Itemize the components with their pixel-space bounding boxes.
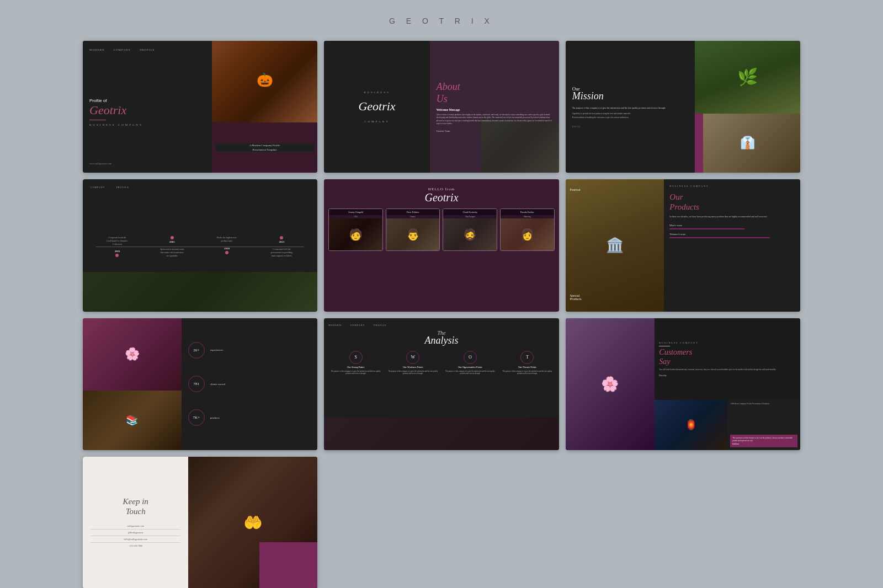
festival-label: Festival [570, 188, 581, 191]
mission-title: Mission [572, 90, 688, 102]
slide-products: 🏛️ Festival SpecialProducts BUSINESS COM… [566, 179, 800, 311]
contact-social: @Reallygreatsite [91, 530, 180, 536]
member-jeremy: Jeremy Gringold CEO 🧑 [328, 209, 383, 251]
slide-customers: 🌸 BUSINESS COMPANY CustomersSay You will… [566, 318, 800, 450]
about-body: After a series of casual products sales … [437, 114, 552, 125]
swot-o: O Our Opportunities Points The purpose o… [443, 351, 497, 445]
womens-ware: Women's ware [669, 233, 795, 236]
brand-title: G E O T R I X [389, 17, 494, 25]
nav-company-s8: COMPANY [350, 324, 365, 327]
slide-team: HELLO from Geotrix Jeremy Gringold CEO 🧑… [324, 179, 558, 311]
special-label: SpecialProducts [570, 294, 582, 301]
biz-co-s9: BUSINESS COMPANY [659, 341, 796, 344]
slide-analysis: MODERN COMPANY PROFILE The Analysis S Ou… [324, 318, 558, 450]
slide-our-mission: Our Mission The purpose of this company … [566, 41, 800, 173]
member-cloud: Cloud Kovinsky Chief Designer 🧔 [443, 209, 497, 251]
year-s3: 2 0 2 2 [572, 125, 688, 128]
company-type-s1: BUSINESS COMPANY [89, 124, 205, 126]
keep-in-touch: Keep inTouch [123, 496, 148, 516]
company-name-s1: Geotrix [89, 104, 205, 116]
tagline-s1: A Modern Company ProfilePresentation Tem… [215, 143, 314, 152]
member-drew: Drew Polimor Finance 👨 [386, 209, 440, 251]
profile-label: Profile of [89, 98, 205, 103]
stat-clients: 781 clients served [188, 376, 311, 392]
customers-title: CustomersSay [659, 348, 796, 367]
tl-2021: 2021 Cooperated with the government in p… [269, 236, 294, 257]
nav-profile-s8: PROFILE [374, 324, 386, 327]
stat-experiences: 20+ experiences [188, 342, 311, 359]
capability-1: Capability to provide the best products … [572, 113, 688, 115]
tl-2018: Broke the highest new product sales 2018 [216, 236, 238, 257]
author1: Dorothy [659, 374, 796, 377]
quote1: You will find clothes that match any occ… [659, 368, 796, 371]
tl-2001: Cooperated with the local brand for Summ… [106, 236, 128, 257]
products-desc: In these two decades, we have been produ… [669, 215, 795, 218]
stat-products: 7K+ products [188, 409, 311, 426]
contact-email: hello@reallygreatsite.com [91, 536, 180, 543]
mission-body: The purpose of this company is to give t… [572, 106, 688, 110]
tl-2005: 2005 Sponsored a national event that mak… [159, 236, 184, 257]
swot-s: S Our Strong Points The purpose of this … [328, 351, 383, 445]
team-grid: Jeremy Gringold CEO 🧑 Drew Polimor Finan… [328, 209, 554, 251]
welcome-msg: Welcome Message [437, 108, 552, 111]
nav-modern: MODERN [328, 324, 341, 327]
business-label: BUSINESS [364, 91, 390, 94]
capability-2: Professionalism in handling the customer… [572, 116, 688, 119]
contact-website: reallygreatsite.com [91, 523, 180, 530]
mens-ware: Men's ware [669, 224, 795, 227]
geotrix-s2: Geotrix [358, 99, 395, 114]
contact-phone: +123 456 7890 [91, 543, 180, 549]
slide-profile-cover: MODERN COMPANY PROFILE Profile of Geotri… [83, 41, 317, 173]
team-sig: Geotrix Team [437, 130, 552, 132]
author2: Kathrine [732, 443, 795, 445]
our-products-title: OurProducts [669, 192, 795, 212]
slide-stats: 🌸 📚 20+ experiences 781 clients served [83, 318, 317, 450]
slide-about-us: BUSINESS Geotrix COMPANY AboutUs Welcome… [324, 41, 558, 173]
slide-grid: MODERN COMPANY PROFILE Profile of Geotri… [83, 41, 800, 588]
template-label-s9: A Modern Company Profile Presentation Te… [730, 403, 797, 405]
hello-from: HELLO from [428, 187, 455, 191]
swot-t: T Our Threats Points The purpose of this… [500, 351, 555, 445]
quote2: The experience won't be because so far, … [732, 437, 795, 441]
geotrix-s5: Geotrix [424, 191, 458, 204]
about-title: AboutUs [437, 81, 552, 105]
swot-w: W Our Weakness Points The purpose of thi… [386, 351, 440, 445]
slide-contact: Keep inTouch reallygreatsite.com @Really… [83, 457, 317, 588]
biz-co-s6: BUSINESS COMPANY [669, 185, 795, 188]
company-sub-s2: COMPANY [364, 120, 390, 123]
slide-timeline: COMPANY PROFILE Cooperated with the loca… [83, 179, 317, 311]
website-s1: www.reallygreatsite.com [89, 162, 205, 165]
analysis-label: Analysis [328, 335, 554, 346]
member-brenda: Brenda Fresher Marketing 👩 [500, 209, 555, 251]
